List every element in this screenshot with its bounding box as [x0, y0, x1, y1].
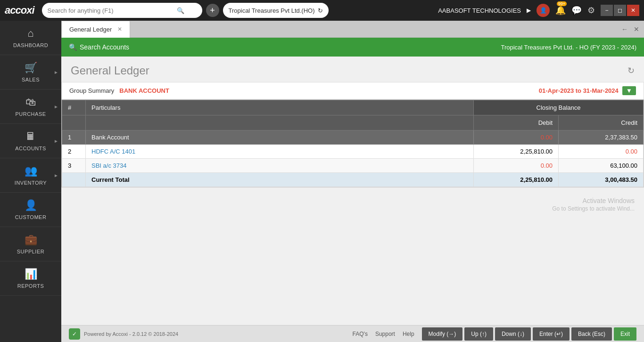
tab-bar-actions: ← ✕ [619, 24, 644, 34]
footer-enter-button[interactable]: Enter (↵) [533, 327, 570, 341]
table-header-row: # Particulars Closing Balance [62, 100, 644, 115]
search-input[interactable] [48, 7, 175, 14]
minimize-button[interactable]: − [601, 5, 613, 16]
footer-exit-button[interactable]: Exit [614, 327, 636, 341]
footer-links: FAQ's Support Help [353, 331, 414, 337]
footer-support[interactable]: Support [375, 331, 395, 337]
sidebar-item-wrap-accounts: 🖩 ACCOUNTS ► [0, 124, 61, 158]
sidebar-item-inventory[interactable]: 👥 INVENTORY ► [0, 158, 61, 193]
add-button[interactable]: + [206, 4, 219, 17]
search-box[interactable]: 🔍 [42, 3, 202, 18]
app-logo: accoxi [5, 4, 34, 16]
company-name-right: AABASOFT TECHNOLOGIES [438, 7, 521, 14]
customer-icon: 👤 [25, 199, 37, 212]
message-button[interactable]: 💬 [571, 5, 582, 16]
company-selector[interactable]: Tropical Treasures Pvt Ltd.(HO) ↻ [223, 3, 329, 18]
tab-bar: General Ledger ✕ ← ✕ [61, 21, 644, 38]
notification-bell-button[interactable]: 🔔 [555, 5, 566, 16]
close-button[interactable]: ✕ [627, 5, 639, 16]
supplier-icon: 💼 [25, 234, 37, 246]
footer-buttons: Modify (→)Up (↑)Down (↓)Enter (↵)Back (E… [422, 327, 636, 341]
col-particulars-sub [86, 115, 474, 130]
dashboard-icon: ⌂ [27, 27, 33, 40]
cell-num: 1 [62, 130, 86, 145]
filter-button[interactable]: ▼ [622, 86, 636, 95]
main-layout: ⌂ DASHBOARD 🛒 SALES ► 🛍 PURCHASE ► 🖩 ACC… [0, 21, 644, 342]
summary-right: 01-Apr-2023 to 31-Mar-2024 ▼ [539, 86, 636, 95]
search-accounts-area[interactable]: 🔍 Search Accounts [69, 43, 129, 51]
topbar: accoxi 🔍 + Tropical Treasures Pvt Ltd.(H… [0, 0, 644, 21]
window-controls: − ◻ ✕ [601, 5, 639, 16]
user-avatar[interactable]: 👤 [537, 4, 550, 17]
cell-num: 2 [62, 145, 86, 159]
sidebar-item-reports[interactable]: 📊 REPORTS [0, 261, 61, 296]
sidebar-item-supplier[interactable]: 💼 SUPPLIER [0, 227, 61, 261]
sidebar-label-purchase: PURCHASE [15, 111, 46, 117]
footer-faq[interactable]: FAQ's [353, 331, 368, 337]
topbar-right: AABASOFT TECHNOLOGIES ▶ 👤 99+ 🔔 💬 ⚙ − ◻ … [438, 4, 639, 17]
footer-up-button[interactable]: Up (↑) [464, 327, 493, 341]
ledger-table: # Particulars Closing Balance Debit Cred… [62, 100, 644, 187]
cell-credit: 63,100.00 [559, 159, 644, 173]
sidebar-label-reports: REPORTS [17, 283, 44, 289]
sidebar-item-customer[interactable]: 👤 CUSTOMER [0, 193, 61, 227]
footer-modify-button[interactable]: Modify (→) [422, 327, 463, 341]
sidebar-label-sales: SALES [22, 77, 40, 82]
col-particulars: Particulars [86, 100, 474, 115]
page-title-area: General Ledger ↻ [61, 57, 644, 82]
cell-particulars[interactable]: SBI a/c 3734 [86, 159, 474, 173]
cell-particulars: Current Total [86, 173, 474, 187]
sidebar-item-dashboard[interactable]: ⌂ DASHBOARD [0, 21, 61, 55]
search-accounts-label: Search Accounts [80, 43, 129, 51]
settings-button[interactable]: ⚙ [587, 5, 595, 16]
restore-button[interactable]: ◻ [614, 5, 626, 16]
reports-icon: 📊 [25, 268, 37, 280]
green-bar: 🔍 Search Accounts Tropical Treasures Pvt… [61, 38, 644, 57]
sidebar-item-accounts[interactable]: 🖩 ACCOUNTS ► [0, 124, 61, 158]
cell-debit: 2,25,810.00 [474, 145, 559, 159]
page-title: General Ledger [71, 64, 149, 77]
purchase-icon: 🛍 [25, 96, 36, 108]
tab-general-ledger[interactable]: General Ledger ✕ [61, 21, 130, 38]
table-subheader-row: Debit Credit [62, 115, 644, 130]
sidebar-item-purchase[interactable]: 🛍 PURCHASE ► [0, 90, 61, 124]
sidebar-item-wrap-sales: 🛒 SALES ► [0, 55, 61, 90]
purchase-arrow-icon: ► [54, 104, 58, 109]
footer-back-button[interactable]: Back (Esc) [571, 327, 612, 341]
footer: ✓ Powered by Accoxi - 2.0.12 © 2018-2024… [61, 325, 644, 342]
sidebar-item-wrap-purchase: 🛍 PURCHASE ► [0, 90, 61, 124]
table-row[interactable]: 3SBI a/c 37340.0063,100.00 [62, 159, 644, 173]
footer-down-button[interactable]: Down (↓) [495, 327, 531, 341]
tab-pin-button[interactable]: ← [619, 24, 630, 34]
sidebar-item-sales[interactable]: 🛒 SALES ► [0, 55, 61, 90]
sidebar-label-accounts: ACCOUNTS [15, 146, 46, 151]
search-icon: 🔍 [177, 7, 184, 14]
inventory-icon: 👥 [25, 165, 37, 177]
cell-debit: 0.00 [474, 130, 559, 145]
accounts-icon: 🖩 [25, 130, 36, 143]
tab-close-all-button[interactable]: ✕ [632, 24, 641, 34]
table-body: 1Bank Account0.002,37,383.502HDFC A/C 14… [62, 130, 644, 187]
table-row[interactable]: 2HDFC A/C 14012,25,810.000.00 [62, 145, 644, 159]
summary-label: Group Summary [69, 87, 114, 94]
cell-debit: 0.00 [474, 159, 559, 173]
col-num-sub [62, 115, 86, 130]
footer-help[interactable]: Help [403, 331, 414, 337]
table-row: Current Total2,25,810.003,00,483.50 [62, 173, 644, 187]
refresh-icon[interactable]: ↻ [318, 7, 323, 14]
sidebar-label-dashboard: DASHBOARD [13, 42, 48, 48]
cell-num: 3 [62, 159, 86, 173]
col-closing-balance: Closing Balance [474, 100, 644, 115]
cell-particulars[interactable]: HDFC A/C 1401 [86, 145, 474, 159]
summary-highlight: BANK ACCOUNT [119, 87, 169, 94]
sidebar-item-wrap-inventory: 👥 INVENTORY ► [0, 158, 61, 193]
cell-debit: 2,25,810.00 [474, 173, 559, 187]
sales-arrow-icon: ► [54, 70, 58, 75]
tab-close-icon[interactable]: ✕ [117, 26, 122, 33]
cell-credit: 0.00 [559, 145, 644, 159]
avatar-icon: 👤 [540, 7, 547, 14]
table-row[interactable]: 1Bank Account0.002,37,383.50 [62, 130, 644, 145]
page-refresh-button[interactable]: ↻ [627, 65, 635, 76]
sidebar-label-inventory: INVENTORY [15, 180, 47, 186]
search-accounts-icon: 🔍 [69, 43, 77, 51]
